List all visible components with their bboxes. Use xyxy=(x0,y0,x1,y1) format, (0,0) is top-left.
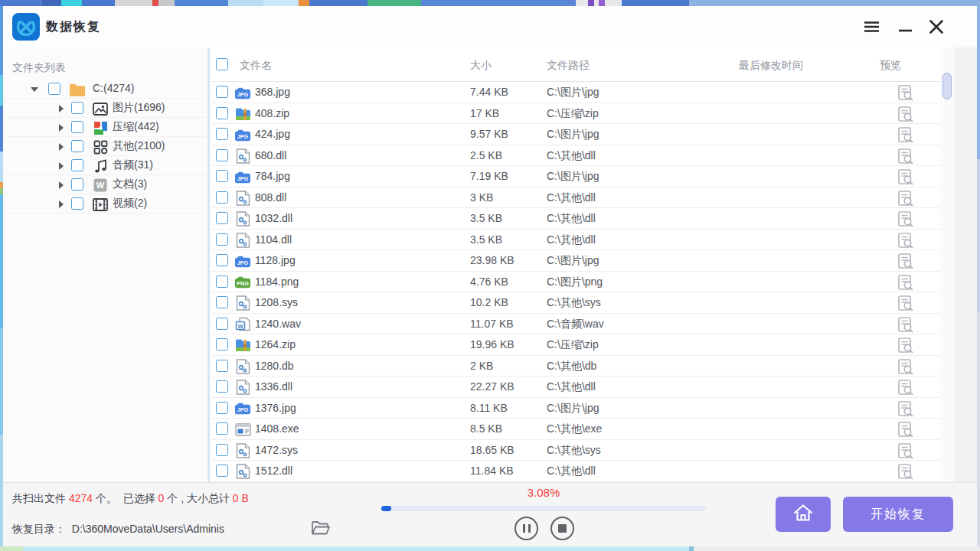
sidebar-item-1696[interactable]: 图片(1696) xyxy=(3,99,207,118)
expand-arrow-icon[interactable] xyxy=(59,194,64,214)
sidebar-item-2100[interactable]: 其他(2100) xyxy=(3,137,207,156)
folder-label: 视频(2) xyxy=(113,197,147,210)
table-row[interactable]: 1280.db2 KBC:\其他\db xyxy=(211,356,940,377)
table-row[interactable]: 1208.sys10.2 KBC:\其他\sys xyxy=(211,292,940,314)
column-header-path[interactable]: 文件路径 xyxy=(547,59,590,73)
file-checkbox[interactable] xyxy=(216,170,228,182)
table-row[interactable]: 1408.exe8.5 KBC:\其他\exe xyxy=(211,419,940,440)
folder-checkbox[interactable] xyxy=(71,140,83,152)
file-path: C:\其他\dll xyxy=(547,465,596,478)
column-header-preview[interactable]: 预览 xyxy=(880,59,901,73)
folder-checkbox[interactable] xyxy=(71,178,83,191)
file-size: 22.27 KB xyxy=(470,380,514,393)
table-scrollbar[interactable] xyxy=(940,47,954,482)
table-row[interactable]: 680.dll2.5 KBC:\其他\dll xyxy=(211,145,940,167)
file-path: C:\其他\db xyxy=(547,360,596,373)
stop-button[interactable] xyxy=(550,517,574,540)
file-checkbox[interactable] xyxy=(216,318,228,330)
sidebar-item-2[interactable]: 视频(2) xyxy=(3,194,207,214)
table-row[interactable]: PNG1184.png4.76 KBC:\图片\png xyxy=(211,272,940,293)
expand-arrow-icon[interactable] xyxy=(59,137,64,156)
file-checkbox[interactable] xyxy=(216,296,228,308)
file-checkbox[interactable] xyxy=(216,402,228,414)
file-checkbox[interactable] xyxy=(216,360,228,372)
column-header-filename[interactable]: 文件名 xyxy=(240,59,272,73)
file-path: C:\图片\jpg xyxy=(547,402,599,416)
table-row[interactable]: JPG424.jpg9.57 KBC:\图片\jpg xyxy=(211,124,940,145)
file-checkbox[interactable] xyxy=(216,149,228,161)
table-row[interactable]: w1240.wav11.07 KBC:\音频\wav xyxy=(211,314,940,335)
svg-text:JPG: JPG xyxy=(237,407,249,413)
folder-label: 其他(2100) xyxy=(113,139,165,153)
start-recovery-button[interactable]: 开始恢复 xyxy=(843,497,953,532)
table-row[interactable]: 1264.zip19.96 KBC:\压缩\zip xyxy=(211,334,940,356)
browse-folder-icon[interactable] xyxy=(309,518,331,538)
file-checkbox[interactable] xyxy=(216,86,228,98)
expand-arrow-icon[interactable] xyxy=(59,118,64,137)
expand-arrow-icon[interactable] xyxy=(59,175,64,194)
file-checkbox[interactable] xyxy=(216,212,228,224)
sidebar-divider xyxy=(207,47,210,482)
close-icon[interactable] xyxy=(925,15,948,38)
expand-arrow-icon[interactable] xyxy=(59,99,64,118)
table-row[interactable]: 1104.dll3.5 KBC:\其他\dll xyxy=(211,230,940,251)
file-checkbox[interactable] xyxy=(216,422,228,435)
file-checkbox[interactable] xyxy=(216,276,228,288)
file-path: C:\其他\sys xyxy=(547,444,601,458)
file-path: C:\其他\dll xyxy=(547,149,596,163)
jpg-file-icon: JPG xyxy=(234,126,251,143)
folder-checkbox[interactable] xyxy=(71,121,83,133)
archive-icon xyxy=(92,119,109,136)
folder-sidebar: 文件夹列表 C:(4274)图片(1696)压缩(442)其他(2100)音频(… xyxy=(3,47,207,482)
dll-file-icon xyxy=(234,148,251,165)
column-header-size[interactable]: 大小 xyxy=(470,59,492,73)
table-row[interactable]: 1512.dll11.84 KBC:\其他\dll xyxy=(211,461,940,482)
collapse-arrow-icon[interactable] xyxy=(31,80,38,99)
sidebar-item-442[interactable]: 压缩(442) xyxy=(3,118,207,137)
sidebar-item-3[interactable]: W文档(3) xyxy=(3,175,207,194)
file-checkbox[interactable] xyxy=(216,191,228,204)
file-name: 680.dll xyxy=(255,149,286,161)
folder-checkbox[interactable] xyxy=(71,102,83,114)
select-all-checkbox[interactable] xyxy=(216,58,228,70)
table-row[interactable]: JPG368.jpg7.44 KBC:\图片\jpg xyxy=(211,82,940,103)
menu-icon[interactable] xyxy=(860,15,883,38)
column-header-modified[interactable]: 最后修改时间 xyxy=(739,59,803,73)
file-checkbox[interactable] xyxy=(216,254,228,266)
file-size: 3 KB xyxy=(470,191,493,204)
scrollbar-thumb[interactable] xyxy=(942,73,952,99)
file-checkbox[interactable] xyxy=(216,128,228,140)
home-button[interactable] xyxy=(776,497,831,532)
table-row[interactable]: 408.zip17 KBC:\压缩\zip xyxy=(211,103,940,125)
file-checkbox[interactable] xyxy=(216,233,228,246)
preview-icon[interactable] xyxy=(897,463,915,484)
file-size: 8.11 KB xyxy=(470,402,508,414)
file-name: 424.jpg xyxy=(255,128,290,140)
expand-arrow-icon[interactable] xyxy=(59,156,64,175)
file-checkbox[interactable] xyxy=(216,444,228,456)
pause-button[interactable] xyxy=(514,517,538,540)
folder-checkbox[interactable] xyxy=(71,159,83,171)
table-row[interactable]: 808.dll3 KBC:\其他\dll xyxy=(211,187,940,209)
table-header: 文件名 大小 文件路径 最后修改时间 预览 xyxy=(211,47,940,82)
table-row[interactable]: 1472.sys18.65 KBC:\其他\sys xyxy=(211,440,940,461)
file-checkbox[interactable] xyxy=(216,107,228,119)
table-row[interactable]: JPG1128.jpg23.98 KBC:\图片\jpg xyxy=(211,250,940,272)
folder-checkbox[interactable] xyxy=(71,197,83,210)
file-size: 9.57 KB xyxy=(470,128,508,140)
folder-checkbox[interactable] xyxy=(48,83,60,95)
file-checkbox[interactable] xyxy=(216,465,228,477)
table-row[interactable]: 1336.dll22.27 KBC:\其他\dll xyxy=(211,377,940,398)
table-row[interactable]: JPG784.jpg7.19 KBC:\图片\jpg xyxy=(211,166,940,187)
file-checkbox[interactable] xyxy=(216,338,228,350)
sidebar-item-31[interactable]: 音频(31) xyxy=(3,156,207,175)
table-row[interactable]: 1032.dll3.5 KBC:\其他\dll xyxy=(211,208,940,230)
file-name: 1264.zip xyxy=(255,338,296,350)
jpg-file-icon: JPG xyxy=(234,84,251,101)
table-row[interactable]: JPG1376.jpg8.11 KBC:\图片\jpg xyxy=(211,398,940,419)
file-name: 1240.wav xyxy=(255,318,301,330)
sidebar-item-c4274[interactable]: C:(4274) xyxy=(3,80,207,99)
minimize-icon[interactable] xyxy=(893,15,916,38)
file-checkbox[interactable] xyxy=(216,380,228,393)
file-name: 1208.sys xyxy=(255,296,298,308)
